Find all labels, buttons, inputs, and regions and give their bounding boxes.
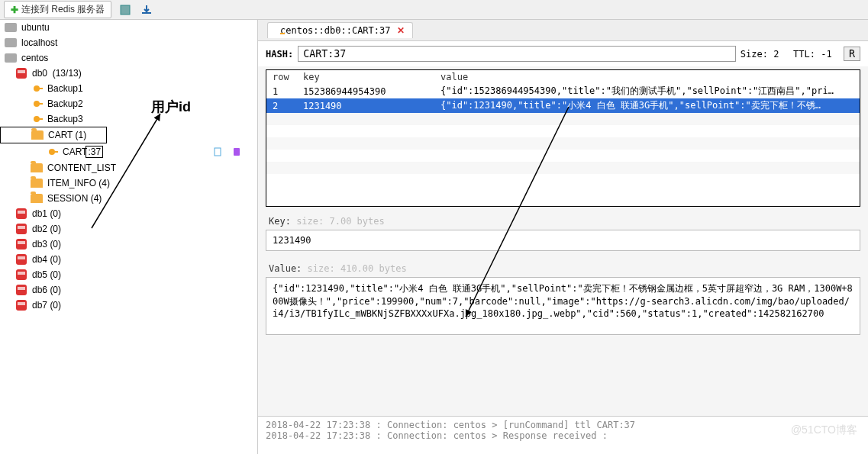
folder-icon [31, 179, 43, 188]
value-box[interactable]: {"id":1231490,"title":"小米4 白色 联通3G手机","s… [266, 277, 860, 335]
db-label: db0 [32, 68, 47, 79]
th-row: row [266, 70, 297, 84]
server-label: localhost [21, 37, 57, 48]
db-count: (0) [50, 208, 61, 219]
folder-label: SESSION (4) [47, 193, 102, 204]
db-label: db2 [32, 224, 47, 234]
database-icon [16, 300, 27, 311]
key-cart-37[interactable]: CART:37 [0, 143, 257, 160]
db1-item[interactable]: db1 (0) [0, 206, 257, 221]
db7-item[interactable]: db7 (0) [0, 298, 257, 313]
key-backup3[interactable]: Backup3 [0, 111, 257, 127]
tab-cart37[interactable]: centos::db0::CART:37 ✕ [267, 22, 413, 38]
db-label: db3 [32, 239, 47, 250]
server-icon [5, 53, 17, 63]
table-row[interactable]: 2 1231490 {"id":1231490,"title":"小米4 白色 … [266, 98, 860, 113]
key-label: Backup1 [47, 83, 83, 94]
key-icon [34, 85, 40, 92]
server-centos[interactable]: centos [0, 50, 257, 66]
import-icon[interactable] [139, 2, 154, 18]
log-line: 2018-04-22 17:23:38 : Connection: centos… [266, 430, 860, 441]
db-label: db1 [32, 208, 47, 219]
folder-icon [31, 163, 43, 172]
th-value: value [434, 70, 860, 84]
content-pane: centos::db0::CART:37 ✕ HASH: Size: 2 TTL… [258, 20, 868, 454]
log-panel: 2018-04-22 17:23:38 : Connection: centos… [258, 416, 868, 454]
folder-label: CONTENT_LIST [47, 163, 116, 173]
database-icon [16, 254, 27, 265]
db-count: (0) [50, 254, 61, 265]
database-icon [16, 68, 27, 79]
folder-item-info[interactable]: ITEM_INFO (4) [0, 175, 257, 191]
database-icon [16, 269, 27, 280]
key-label: Backup2 [47, 98, 83, 109]
key-label-id: :37 [86, 146, 103, 158]
db-count: (0) [50, 300, 61, 311]
key-value-box[interactable]: 1231490 [266, 230, 860, 251]
key-icon [34, 116, 40, 122]
delete-icon[interactable] [231, 147, 242, 157]
value-section-label: Value: size: 410.00 bytes [258, 257, 868, 277]
key-label-prefix: CART [63, 147, 87, 157]
server-icon [5, 38, 17, 47]
connect-button[interactable]: ✚ 连接到 Redis 服务器 [4, 1, 111, 18]
th-key: key [297, 70, 434, 84]
folder-cart[interactable]: CART (1) [0, 127, 107, 143]
server-ubuntu[interactable]: ubuntu [0, 20, 257, 35]
database-icon [16, 285, 27, 295]
db5-item[interactable]: db5 (0) [0, 267, 257, 282]
db-count: (13/13) [53, 68, 82, 79]
hash-key-input[interactable] [298, 46, 736, 62]
database-icon [16, 239, 27, 250]
database-icon [16, 224, 27, 234]
key-icon [49, 149, 55, 155]
key-section-label: Key: size: 7.00 bytes [258, 210, 868, 230]
connect-label: 连接到 Redis 服务器 [21, 3, 105, 16]
folder-icon [31, 130, 44, 140]
db-count: (0) [50, 224, 61, 234]
table-header: row key value [266, 70, 860, 84]
hash-table[interactable]: row key value 1 152386944954390 {"id":15… [266, 69, 860, 207]
db-count: (0) [50, 285, 61, 295]
db-label: db5 [32, 269, 47, 280]
folder-session[interactable]: SESSION (4) [0, 191, 257, 206]
hash-label: HASH: [266, 49, 293, 60]
ttl-label: TTL: -1 [793, 49, 832, 60]
svg-rect-0 [121, 5, 130, 14]
key-label: Backup3 [47, 114, 83, 124]
server-label: ubuntu [21, 22, 50, 33]
size-label: Size: 2 [741, 49, 779, 60]
table-row[interactable]: 1 152386944954390 {"id":152386944954390,… [266, 84, 860, 98]
svg-rect-2 [234, 148, 240, 156]
db2-item[interactable]: db2 (0) [0, 221, 257, 237]
log-line: 2018-04-22 17:23:38 : Connection: centos… [266, 420, 860, 430]
key-backup2[interactable]: Backup2 [0, 96, 257, 111]
db-label: db4 [32, 254, 47, 265]
folder-label: ITEM_INFO (4) [47, 178, 110, 188]
close-icon[interactable]: ✕ [397, 25, 405, 36]
server-localhost[interactable]: localhost [0, 35, 257, 50]
annotation-label: 用户id [151, 98, 191, 116]
db4-item[interactable]: db4 (0) [0, 252, 257, 267]
tab-bar: centos::db0::CART:37 ✕ [258, 20, 868, 41]
tool-icon-1[interactable] [118, 2, 133, 18]
server-label: centos [21, 53, 48, 63]
svg-rect-1 [215, 148, 221, 156]
sidebar-tree[interactable]: ubuntu localhost centos db0 (13/13) Back… [0, 20, 258, 454]
db-label: db6 [32, 285, 47, 295]
refresh-button[interactable]: R [844, 47, 860, 61]
folder-content-list[interactable]: CONTENT_LIST [0, 160, 257, 175]
db-label: db7 [32, 300, 47, 311]
plus-icon: ✚ [11, 5, 18, 15]
copy-icon[interactable] [213, 147, 224, 157]
key-backup1[interactable]: Backup1 [0, 81, 257, 96]
database-icon [16, 208, 27, 219]
db0-item[interactable]: db0 (13/13) [0, 66, 257, 81]
folder-label: CART (1) [48, 130, 86, 140]
db-count: (0) [50, 269, 61, 280]
main-toolbar: ✚ 连接到 Redis 服务器 [0, 0, 868, 20]
db6-item[interactable]: db6 (0) [0, 282, 257, 298]
db3-item[interactable]: db3 (0) [0, 237, 257, 252]
tab-title: centos::db0::CART:37 [280, 25, 391, 36]
folder-icon [31, 194, 43, 203]
